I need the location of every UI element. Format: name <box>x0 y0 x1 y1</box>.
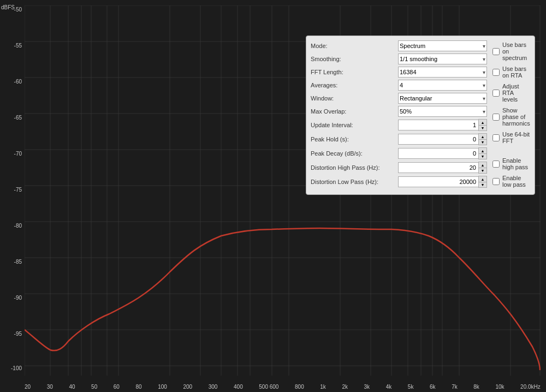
panel-left-col: Mode: Spectrum RTA Smoothing: <box>311 40 487 190</box>
cb-show-phase[interactable] <box>492 114 500 121</box>
x-label-800: 800 <box>295 384 304 390</box>
fft-length-select[interactable]: 16384 8192 4096 2048 32768 65536 <box>398 67 487 78</box>
update-interval-input[interactable]: 1 <box>398 120 478 130</box>
peak-decay-down[interactable]: ▼ <box>479 153 486 159</box>
y-label-85: -85 <box>0 259 22 265</box>
x-label-1k: 1k <box>320 384 326 390</box>
fft-length-row: FFT Length: 16384 8192 4096 2048 32768 6… <box>311 67 487 78</box>
window-row: Window: Rectangular Hann Blackman-Harris… <box>311 93 487 104</box>
x-label-60: 60 <box>114 384 120 390</box>
panel-right-col: Use bars on spectrum Use bars on RTA Adj… <box>492 40 530 190</box>
smoothing-row: Smoothing: 1/1 smoothing 1/2 smoothing 1… <box>311 54 487 64</box>
peak-decay-up[interactable]: ▲ <box>479 148 486 153</box>
smoothing-select[interactable]: 1/1 smoothing 1/2 smoothing 1/3 smoothin… <box>398 54 487 64</box>
mode-select[interactable]: Spectrum RTA <box>398 40 487 51</box>
cb-row-use-bars-rta: Use bars on RTA <box>492 66 530 79</box>
x-label-7k: 7k <box>452 384 458 390</box>
mode-control: Spectrum RTA <box>398 40 487 51</box>
x-label-30: 30 <box>47 384 53 390</box>
cb-use-64bit[interactable] <box>492 134 500 141</box>
cb-row-enable-low: Enable low pass <box>492 175 530 188</box>
max-overlap-select-wrapper: 50% 0% 25% 75% <box>398 106 487 117</box>
update-interval-row: Update Interval: 1 ▲ ▼ <box>311 119 487 131</box>
y-label-80: -80 <box>0 223 22 229</box>
cb-enable-high[interactable] <box>492 161 500 168</box>
distortion-high-input[interactable]: 20 <box>398 162 478 173</box>
max-overlap-select[interactable]: 50% 0% 25% 75% <box>398 106 487 117</box>
window-select[interactable]: Rectangular Hann Blackman-Harris Flat To… <box>398 93 487 104</box>
window-select-wrapper: Rectangular Hann Blackman-Harris Flat To… <box>398 93 487 104</box>
cb-row-use-64bit: Use 64-bit FFT <box>492 131 530 144</box>
distortion-low-spinner: 20000 ▲ ▼ <box>398 176 487 188</box>
smoothing-label: Smoothing: <box>311 56 398 62</box>
distortion-high-up[interactable]: ▲ <box>479 162 486 168</box>
x-label-8k: 8k <box>473 384 479 390</box>
x-label-3k: 3k <box>364 384 370 390</box>
cb-enable-low[interactable] <box>492 178 500 185</box>
distortion-low-input[interactable]: 20000 <box>398 176 478 187</box>
update-interval-label: Update Interval: <box>311 122 398 128</box>
update-interval-down[interactable]: ▼ <box>479 125 486 130</box>
averages-control: 4 1 2 8 16 <box>398 80 487 91</box>
max-overlap-control: 50% 0% 25% 75% <box>398 106 487 117</box>
cb-enable-low-label: Enable low pass <box>502 175 530 188</box>
cb-show-phase-label: Show phase of harmonics <box>502 107 530 127</box>
distortion-high-label: Distortion High Pass (Hz): <box>311 164 398 171</box>
distortion-high-down[interactable]: ▼ <box>479 168 486 173</box>
distortion-low-row: Distortion Low Pass (Hz): 20000 ▲ ▼ <box>311 176 487 188</box>
peak-hold-down[interactable]: ▼ <box>479 139 486 145</box>
smoothing-control: 1/1 smoothing 1/2 smoothing 1/3 smoothin… <box>398 54 487 64</box>
x-label-4k: 4k <box>386 384 392 390</box>
x-label-20: 20 <box>25 384 31 390</box>
peak-hold-label: Peak Hold (s): <box>311 136 398 142</box>
peak-decay-control: 0 ▲ ▼ <box>398 147 487 159</box>
averages-label: Averages: <box>311 82 398 88</box>
peak-hold-up[interactable]: ▲ <box>479 134 486 139</box>
cb-use-bars-rta[interactable] <box>492 69 500 76</box>
chart-container: dBFS -50 -55 -60 -65 -70 -75 -80 -85 -90… <box>0 0 546 392</box>
fft-length-label: FFT Length: <box>311 69 398 75</box>
cb-use-64bit-label: Use 64-bit FFT <box>502 131 530 144</box>
peak-decay-spinbtns: ▲ ▼ <box>478 147 487 159</box>
cb-row-use-bars-spectrum: Use bars on spectrum <box>492 41 530 61</box>
cb-enable-high-label: Enable high pass <box>502 157 530 170</box>
fft-length-control: 16384 8192 4096 2048 32768 65536 <box>398 67 487 78</box>
x-label-400: 400 <box>234 384 243 390</box>
mode-label: Mode: <box>311 43 398 49</box>
smoothing-select-wrapper: 1/1 smoothing 1/2 smoothing 1/3 smoothin… <box>398 54 487 64</box>
cb-adjust-rta-label: Adjust RTA levels <box>502 83 530 103</box>
peak-hold-spinner: 0 ▲ ▼ <box>398 133 487 145</box>
y-label-75: -75 <box>0 187 22 193</box>
peak-hold-input[interactable]: 0 <box>398 134 478 145</box>
peak-decay-spinner: 0 ▲ ▼ <box>398 147 487 159</box>
peak-hold-control: 0 ▲ ▼ <box>398 133 487 145</box>
distortion-high-row: Distortion High Pass (Hz): 20 ▲ ▼ <box>311 162 487 174</box>
distortion-low-spinbtns: ▲ ▼ <box>478 176 487 188</box>
spacer <box>492 149 530 155</box>
distortion-low-down[interactable]: ▼ <box>479 182 486 187</box>
peak-hold-spinbtns: ▲ ▼ <box>478 133 487 145</box>
cb-row-show-phase: Show phase of harmonics <box>492 107 530 127</box>
distortion-low-up[interactable]: ▲ <box>479 176 486 182</box>
max-overlap-row: Max Overlap: 50% 0% 25% 75% <box>311 106 487 117</box>
update-interval-spinbtns: ▲ ▼ <box>478 119 487 131</box>
averages-select[interactable]: 4 1 2 8 16 <box>398 80 487 91</box>
x-label-80: 80 <box>136 384 142 390</box>
cb-adjust-rta[interactable] <box>492 90 500 97</box>
peak-hold-row: Peak Hold (s): 0 ▲ ▼ <box>311 133 487 145</box>
x-label-50: 50 <box>91 384 97 390</box>
window-control: Rectangular Hann Blackman-Harris Flat To… <box>398 93 487 104</box>
update-interval-up[interactable]: ▲ <box>479 120 486 125</box>
distortion-high-spinner: 20 ▲ ▼ <box>398 162 487 174</box>
peak-decay-label: Peak Decay (dB/s): <box>311 150 398 157</box>
x-label-40: 40 <box>69 384 75 390</box>
cb-use-bars-spectrum[interactable] <box>492 48 500 55</box>
distortion-high-spinbtns: ▲ ▼ <box>478 162 487 174</box>
x-label-500600: 500 600 <box>259 384 278 390</box>
y-label-90: -90 <box>0 295 22 301</box>
mode-row: Mode: Spectrum RTA <box>311 40 487 51</box>
cb-row-enable-high: Enable high pass <box>492 157 530 170</box>
y-label-100: -100 <box>0 365 22 371</box>
peak-decay-input[interactable]: 0 <box>398 148 478 159</box>
y-label-95: -95 <box>0 331 22 337</box>
